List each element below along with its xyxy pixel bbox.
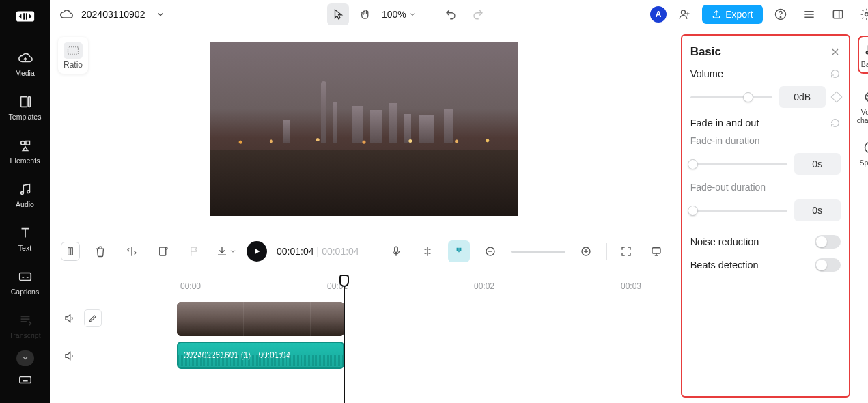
svg-rect-6 — [28, 96, 30, 107]
elements-icon — [17, 137, 33, 154]
music-note-icon — [862, 41, 868, 57]
reset-icon[interactable] — [830, 117, 841, 128]
audio-clip[interactable]: 202402261601 (1) 00:01:04 — [177, 342, 344, 369]
expand-nav-button[interactable] — [16, 350, 34, 366]
svg-rect-26 — [394, 247, 397, 252]
align-button[interactable] — [417, 240, 438, 262]
layers-button[interactable] — [798, 3, 820, 25]
track-mute-button[interactable] — [62, 345, 77, 367]
svg-rect-20 — [68, 47, 79, 55]
svg-rect-29 — [652, 248, 660, 253]
left-sidebar: Media Templates Elements Audio Text Capt… — [0, 0, 50, 403]
app-logo[interactable] — [13, 5, 38, 28]
time-display: 00:01:04|00:01:04 — [277, 246, 359, 257]
panels-button[interactable] — [827, 3, 849, 25]
tick-label: 00:02 — [474, 281, 494, 291]
nav-keyboard[interactable] — [0, 366, 50, 393]
zoom-in-button[interactable] — [575, 240, 597, 262]
nav-label: Templates — [9, 113, 42, 121]
redo-button[interactable] — [467, 3, 489, 25]
rail-tab-speed[interactable]: Speed — [859, 139, 868, 167]
noise-reduction-row: Noise reduction — [690, 235, 841, 249]
fade-in-value[interactable]: 0s — [794, 153, 841, 175]
svg-point-19 — [865, 13, 868, 16]
project-name[interactable]: 202403110902 — [81, 9, 145, 20]
editor-area: Ratio — [50, 29, 868, 403]
volume-slider[interactable] — [690, 96, 772, 98]
fade-out-value[interactable]: 0s — [794, 199, 841, 221]
ratio-label: Ratio — [64, 60, 83, 70]
nav-label: Transcript — [9, 331, 40, 339]
beats-detection-row: Beats detection — [690, 258, 841, 272]
video-track — [50, 301, 678, 336]
export-label: Export — [725, 9, 753, 20]
fade-label: Fade in and out — [690, 117, 759, 128]
svg-rect-5 — [20, 96, 27, 107]
topbar: 202403110902 100% A Export — [50, 0, 868, 29]
split-button[interactable] — [61, 242, 80, 261]
user-avatar[interactable]: A — [650, 6, 667, 23]
present-button[interactable] — [645, 240, 667, 262]
audio-track: 202402261601 (1) 00:01:04 — [50, 340, 678, 372]
settings-button[interactable] — [856, 3, 868, 25]
keyboard-icon — [17, 372, 33, 388]
delete-button[interactable] — [89, 240, 111, 262]
nav-captions[interactable]: Captions — [0, 260, 50, 304]
video-clip[interactable] — [177, 302, 344, 336]
nav-elements[interactable]: Elements — [0, 129, 50, 173]
snap-button[interactable] — [448, 240, 470, 262]
nav-templates[interactable]: Templates — [0, 85, 50, 129]
help-button[interactable] — [770, 3, 792, 25]
add-collaborator-button[interactable] — [673, 3, 695, 25]
export-button[interactable]: Export — [702, 5, 762, 24]
svg-rect-18 — [833, 10, 842, 18]
svg-rect-3 — [23, 14, 25, 20]
nav-text[interactable]: Text — [0, 217, 50, 260]
rail-label: Voice changer — [853, 108, 868, 124]
hand-tool[interactable] — [354, 3, 376, 25]
fade-in-slider[interactable] — [690, 163, 787, 165]
svg-rect-8 — [25, 141, 29, 145]
volume-section: Volume 0dB — [690, 68, 841, 108]
download-button[interactable] — [215, 240, 237, 262]
playhead[interactable] — [344, 277, 345, 403]
nav-audio[interactable]: Audio — [0, 173, 50, 217]
split-clip-button[interactable] — [121, 240, 143, 262]
zoom-level[interactable]: 100% — [382, 9, 417, 20]
ratio-button[interactable]: Ratio — [58, 37, 88, 74]
total-time: 00:01:04 — [322, 246, 359, 257]
undo-button[interactable] — [440, 3, 462, 25]
fullscreen-button[interactable] — [615, 240, 637, 262]
beats-detection-toggle[interactable] — [815, 258, 841, 272]
track-mute-button[interactable] — [62, 307, 77, 329]
rail-tab-voice-changer[interactable]: Voice changer — [853, 89, 868, 124]
canvas-wrapper — [50, 29, 678, 230]
zoom-out-button[interactable] — [479, 240, 501, 262]
crop-button[interactable] — [152, 240, 174, 262]
tick-label: 00:00 — [180, 281, 201, 291]
svg-point-32 — [865, 92, 868, 101]
track-edit-button[interactable] — [84, 309, 102, 327]
nav-media[interactable]: Media — [0, 42, 50, 85]
svg-rect-22 — [71, 248, 73, 255]
timeline-zoom-slider[interactable] — [511, 251, 565, 253]
video-preview[interactable] — [210, 42, 518, 216]
noise-reduction-toggle[interactable] — [815, 235, 841, 249]
timeline-ruler[interactable]: 00:00 00:01 00:02 00:03 — [50, 276, 678, 296]
close-icon[interactable] — [830, 46, 841, 57]
current-time: 00:01:04 — [277, 246, 314, 257]
keyframe-icon[interactable] — [830, 92, 842, 103]
play-button[interactable] — [247, 241, 267, 262]
reset-icon[interactable] — [830, 68, 841, 79]
fade-section: Fade in and out Fade-in duration 0s Fade… — [690, 117, 841, 221]
cursor-tool[interactable] — [327, 3, 349, 25]
chevron-down-icon[interactable] — [156, 10, 165, 19]
rail-tab-basic[interactable]: Basic — [858, 36, 868, 74]
mic-button[interactable] — [385, 240, 407, 262]
cloud-sync-icon[interactable] — [59, 8, 73, 21]
volume-value[interactable]: 0dB — [779, 86, 826, 108]
panel-title: Basic — [690, 45, 721, 59]
flag-button[interactable] — [184, 240, 206, 262]
nav-label: Text — [18, 244, 31, 252]
fade-out-slider[interactable] — [690, 210, 787, 212]
